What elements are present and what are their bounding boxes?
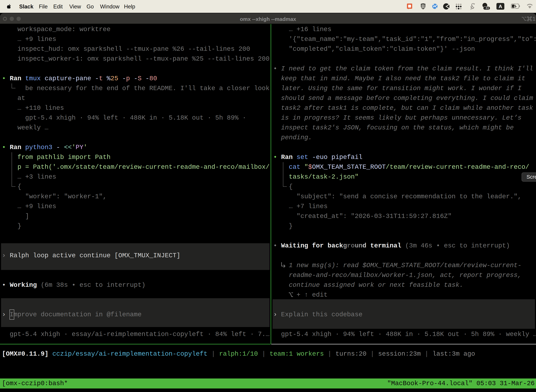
svg-text:..61: ..61 [484,6,489,10]
svg-text:A: A [498,4,502,9]
